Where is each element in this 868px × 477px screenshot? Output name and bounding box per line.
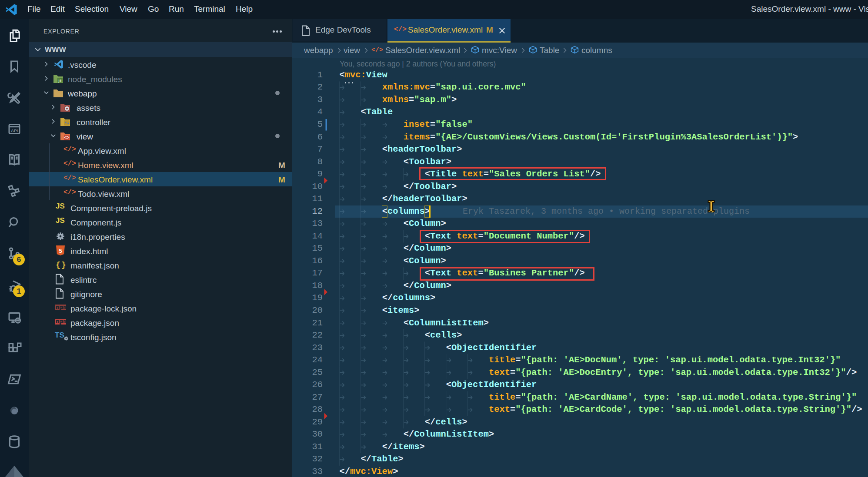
svg-text:5: 5	[59, 248, 62, 254]
svg-text:js: js	[58, 78, 62, 83]
svg-text:<>: <>	[64, 136, 69, 140]
svg-text:API: API	[11, 128, 18, 133]
